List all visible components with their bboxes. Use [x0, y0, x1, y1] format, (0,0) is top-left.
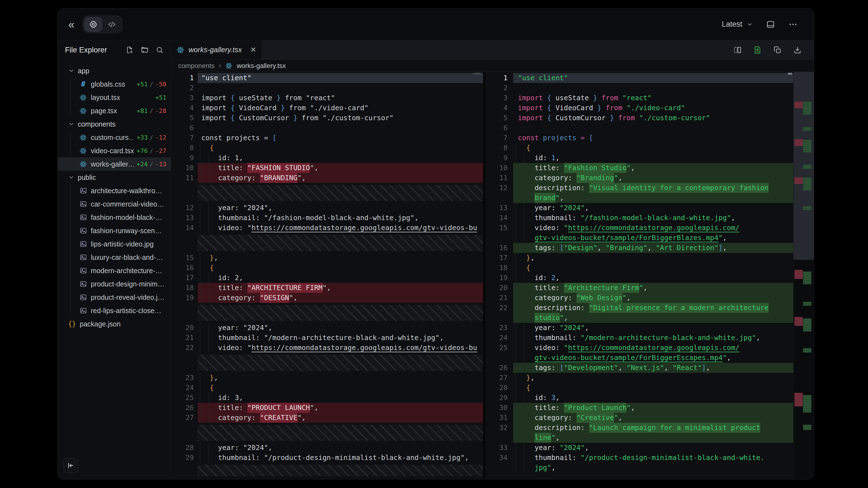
line-number: 24	[171, 383, 198, 393]
more-menu-button[interactable]	[788, 20, 798, 29]
code-line: studio",	[485, 313, 793, 323]
tree-item-works-gallery[interactable]: works-galler…+24/-13	[58, 157, 171, 171]
tree-item-package-json[interactable]: {}package.json	[58, 317, 171, 331]
line-number: 21	[485, 293, 513, 303]
preview-toggle-button[interactable]	[85, 17, 102, 32]
line-number: 29	[485, 393, 513, 403]
tree-folder-app[interactable]: app	[58, 64, 171, 77]
tree-folder-public[interactable]: public	[58, 171, 171, 184]
search-files-button[interactable]	[156, 46, 163, 54]
tree-item-product-design-minimal[interactable]: product-design-minim…	[58, 277, 171, 291]
file-tree: app#globals.css+51/-50layout.tsx+51page.…	[58, 60, 171, 331]
pane-divider[interactable]	[483, 72, 485, 479]
tab-close-button[interactable]: ✕	[250, 45, 256, 54]
code-line: 3import { useState } from "react"	[485, 93, 793, 103]
code-line: 14 thumbnail: "/fashion-model-black-and-…	[485, 213, 793, 223]
diff-filler-hatch	[171, 233, 483, 253]
code-line: 13 year: "2024",	[485, 203, 793, 213]
tree-item-label: package.json	[80, 320, 121, 328]
tree-item-architecture-walkthrough[interactable]: architecture-walkthro…	[58, 184, 171, 197]
diff-stats: +33/-12	[134, 134, 166, 141]
code-line: 16 {	[171, 263, 483, 273]
tree-item-fashion-model-black[interactable]: fashion-model-black-…	[58, 211, 171, 224]
tree-item-fashion-runway-scene[interactable]: fashion-runway-scen…	[58, 224, 171, 237]
panel-bottom-button[interactable]	[766, 20, 775, 29]
line-number: 7	[485, 133, 513, 143]
split-view-button[interactable]	[733, 46, 742, 54]
code-toggle-button[interactable]	[103, 17, 121, 32]
tree-item-modern-architecture[interactable]: modern-architecture-…	[58, 264, 171, 277]
line-number: 34	[485, 453, 513, 463]
braces-json-icon: {}	[68, 320, 76, 328]
preview-code-toggle	[83, 15, 122, 33]
tree-item-globals-css[interactable]: #globals.css+51/-50	[58, 77, 171, 91]
code-line: 7const projects = [	[171, 133, 483, 143]
tree-item-layout-tsx[interactable]: layout.tsx+51	[58, 91, 171, 104]
file-diff-button[interactable]	[753, 46, 762, 54]
line-number: 25	[485, 343, 513, 353]
line-number: 6	[485, 123, 513, 133]
code-line: 17 },	[485, 253, 793, 263]
new-folder-icon	[141, 46, 149, 54]
code-line: 27 category: "CREATIVE",	[171, 413, 483, 423]
line-number	[485, 193, 513, 203]
line-number: 24	[485, 333, 513, 343]
new-file-button[interactable]	[126, 46, 133, 54]
collapse-sidebar-button[interactable]	[63, 458, 78, 473]
code-line: 24 {	[171, 383, 483, 393]
tree-item-label: lips-artistic-video.jpg	[91, 240, 154, 248]
line-number: 9	[171, 153, 198, 163]
minimap-deletion-marker	[795, 102, 803, 108]
download-button[interactable]	[793, 46, 802, 54]
tree-item-luxury-car-black-and[interactable]: luxury-car-black-and-…	[58, 251, 171, 264]
react-icon	[80, 94, 87, 101]
line-number: 1	[485, 73, 513, 83]
code-line: 12 year: "2024",	[171, 203, 483, 213]
react-icon	[177, 46, 184, 54]
tree-item-lips-artistic-video[interactable]: lips-artistic-video.jpg	[58, 237, 171, 251]
line-number: 5	[485, 113, 513, 123]
minimap-addition-marker	[803, 302, 811, 305]
tree-item-video-card[interactable]: video-card.tsx+76/-27	[58, 144, 171, 157]
code-line: 28 year: "2024",	[171, 443, 483, 453]
line-number: 21	[171, 333, 198, 343]
version-label: Latest	[722, 20, 742, 29]
image-file-icon	[80, 187, 87, 194]
tree-item-label: fashion-runway-scen…	[91, 227, 162, 235]
line-number: 7	[171, 133, 198, 143]
horizontal-scrollbar-thumb[interactable]	[788, 73, 792, 75]
eye-icon	[89, 20, 97, 29]
tab-bar: works-gallery.tsx ✕	[171, 40, 814, 60]
diff-pane-old[interactable]: 1"use client"23import { useState } from …	[171, 72, 483, 479]
tab-works-gallery[interactable]: works-gallery.tsx ✕	[171, 40, 262, 59]
tree-item-label: architecture-walkthro…	[91, 187, 162, 195]
code-line: 11 category: "BRANDING",	[171, 173, 483, 183]
horizontal-scrollbar-thumb[interactable]	[473, 73, 481, 75]
new-folder-button[interactable]	[141, 46, 149, 54]
tree-item-custom-cursor[interactable]: custom-curs…+33/-12	[58, 131, 171, 144]
breadcrumb-file[interactable]: works-gallery.tsx	[237, 62, 286, 70]
line-number: 12	[485, 183, 513, 193]
breadcrumb-folder[interactable]: components	[178, 62, 215, 70]
code-line: 23 },	[171, 373, 483, 383]
tree-item-red-lips-artistic-close[interactable]: red-lips-artistic-close…	[58, 304, 171, 317]
diff-pane-new[interactable]: 1"use client"23import { useState } from …	[485, 72, 793, 479]
diff-filler-hatch	[171, 183, 483, 203]
diff-stats: +81/-28	[134, 107, 166, 115]
search-icon	[156, 46, 163, 54]
line-number: 2	[485, 83, 513, 93]
line-number: 13	[171, 213, 198, 223]
line-number: 23	[485, 323, 513, 333]
minimap-addition-marker	[803, 348, 811, 353]
tree-item-product-reveal-video[interactable]: product-reveal-video.j…	[58, 291, 171, 304]
tree-folder-components[interactable]: components	[58, 118, 171, 131]
tree-item-car-commercial-video[interactable]: car-commercial-video…	[58, 197, 171, 211]
collapse-panel-button[interactable]: «	[66, 19, 76, 30]
minimap-scrollbar[interactable]	[793, 72, 814, 479]
version-dropdown[interactable]: Latest	[722, 20, 753, 29]
tree-item-page-tsx[interactable]: page.tsx+81/-28	[58, 104, 171, 118]
line-number	[485, 313, 513, 323]
code-line: 4import { VideoCard } from "./video-card…	[171, 103, 483, 113]
copy-button[interactable]	[773, 46, 782, 54]
code-line: gtv-videos-bucket/sample/ForBiggerEscape…	[485, 353, 793, 363]
